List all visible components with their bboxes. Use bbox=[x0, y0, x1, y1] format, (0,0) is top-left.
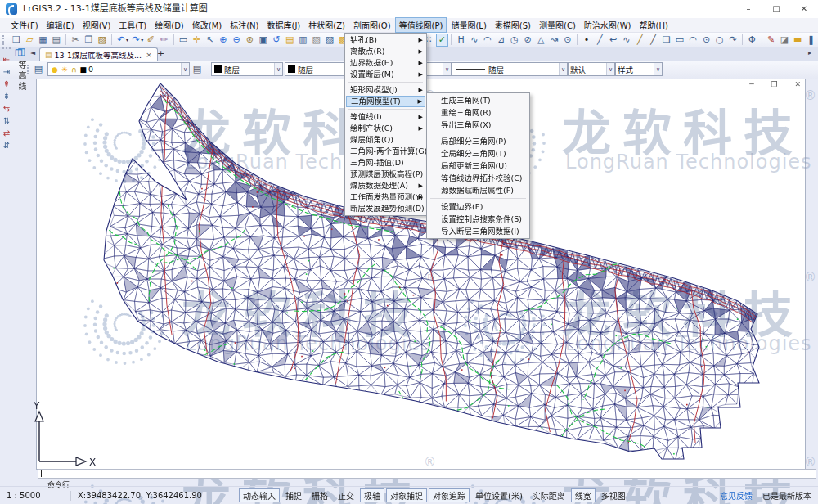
chevron-down-icon[interactable]: ∨ bbox=[181, 63, 189, 75]
chevron-down-icon[interactable]: ∨ bbox=[654, 63, 662, 75]
maximize-button[interactable]: □ bbox=[762, 0, 790, 18]
status-toggle-栅格[interactable]: 栅格 bbox=[308, 488, 332, 502]
zoom-in-icon[interactable]: ⊕ bbox=[217, 34, 229, 47]
dimension-h-icon[interactable]: H bbox=[455, 34, 467, 47]
contour-menu-item-13[interactable]: 煤质数据处理(A)▶ bbox=[346, 180, 425, 191]
contour-menu-item-15[interactable]: 断层发展趋势预测(D) bbox=[346, 203, 425, 214]
tab-drawing[interactable]: ▤ 13-1煤层底板等高线及... × bbox=[39, 47, 158, 61]
menu-item-13[interactable]: 素描图(S) bbox=[491, 17, 535, 33]
contour-menu-item-3[interactable]: 边界数据(H)▶ bbox=[346, 57, 425, 69]
paste-icon[interactable]: ▨ bbox=[96, 34, 108, 47]
more-tools-icon[interactable]: ❚ bbox=[805, 34, 817, 47]
add-tab-button[interactable]: + bbox=[157, 48, 164, 59]
chevron-down-icon[interactable]: ∨ bbox=[559, 63, 567, 75]
feedback-link[interactable]: 意见反馈 bbox=[720, 489, 753, 502]
menu-item-1[interactable]: 文件(F) bbox=[7, 17, 43, 33]
align-top-icon[interactable]: ⇞ bbox=[1, 78, 13, 90]
region-icon[interactable]: ❏ bbox=[660, 34, 672, 47]
copy-icon[interactable]: ❐ bbox=[83, 34, 95, 47]
menu-item-12[interactable]: 储量图(L) bbox=[447, 17, 490, 33]
distribute-v-icon[interactable]: ⇅ bbox=[1, 115, 13, 127]
menu-item-10[interactable]: 剖面图(O) bbox=[349, 17, 395, 33]
previous-view-icon[interactable]: ↺ bbox=[270, 34, 282, 47]
status-toggle-极轴[interactable]: 极轴 bbox=[360, 488, 384, 502]
menu-item-5[interactable]: 绘图(D) bbox=[151, 17, 188, 33]
clock-icon[interactable]: ◷ bbox=[508, 34, 520, 47]
linetype-combo[interactable]: 随层∨ bbox=[452, 62, 568, 76]
triangulation-menu-item-11[interactable]: 导入断层三角网数据(I) bbox=[428, 225, 528, 237]
chevron-down-icon[interactable]: ∨ bbox=[274, 63, 282, 75]
status-toggle-对象捕捉[interactable]: 对象捕捉 bbox=[386, 488, 427, 502]
layer-manager-icon[interactable]: ▥ bbox=[297, 34, 309, 47]
triangulation-menu-item-5[interactable]: 全局细分三角网(T) bbox=[428, 147, 528, 160]
chevron-down-icon[interactable]: ∨ bbox=[443, 63, 451, 75]
contour-menu-item-2[interactable]: 离散点(R)▶ bbox=[346, 46, 425, 57]
line-icon[interactable]: ╱ bbox=[594, 34, 606, 47]
redo-icon[interactable]: ↷ bbox=[130, 34, 142, 47]
status-toggle-单位设置(米)[interactable]: 单位设置(米) bbox=[471, 488, 527, 502]
tab-scroll-left-icon[interactable]: ◄ bbox=[30, 49, 35, 56]
toolbar-overflow-icon[interactable]: ▸ bbox=[808, 49, 811, 56]
layer-combo[interactable]: ●☀∩■0∨ bbox=[47, 62, 190, 76]
align-right-icon[interactable]: ⇥ bbox=[1, 65, 13, 78]
vertex-edit-icon[interactable]: ⊿ bbox=[495, 34, 507, 47]
measure-icon[interactable]: ∿ bbox=[468, 34, 480, 47]
arc-icon[interactable]: ◠ bbox=[687, 34, 699, 47]
layer-properties-icon[interactable]: ▤ bbox=[31, 62, 46, 76]
status-toggle-动态输入[interactable]: 动态输入 bbox=[239, 488, 280, 502]
polyline-icon[interactable]: ↩ bbox=[607, 34, 619, 47]
rectangle-icon[interactable]: ▭ bbox=[673, 34, 685, 47]
pan-hand-icon[interactable]: ✛ bbox=[191, 34, 203, 47]
swap-v-icon[interactable]: ⇵ bbox=[1, 139, 13, 151]
close-button[interactable]: ✕ bbox=[790, 0, 818, 18]
eraser-icon[interactable]: ◪ bbox=[778, 34, 790, 47]
contour-menu-item-8[interactable]: 绘制产状(C)▶ bbox=[346, 123, 425, 134]
minimize-button[interactable]: – bbox=[735, 0, 762, 18]
tab-close-icon[interactable]: × bbox=[146, 51, 152, 59]
distribute-h-icon[interactable]: ⇆ bbox=[1, 102, 13, 115]
contour-menu-item-6[interactable]: 三角网模型(T)▶ bbox=[346, 96, 425, 107]
contour-menu-item-14[interactable]: 工作面发热量预测(Y)▶ bbox=[346, 191, 425, 203]
menu-item-16[interactable]: 帮助(H) bbox=[636, 17, 672, 33]
side-panel-tab[interactable]: ❒ 等高线 bbox=[15, 47, 29, 92]
menu-item-4[interactable]: 工具(T) bbox=[115, 17, 151, 33]
select-cursor-icon[interactable]: ↖ bbox=[204, 34, 216, 47]
layer-new-icon[interactable]: ▤ bbox=[284, 34, 296, 47]
ray-icon[interactable]: ╱ bbox=[647, 34, 659, 47]
revision-cloud-icon[interactable]: ↷ bbox=[727, 34, 739, 47]
check-icon[interactable]: ✓ bbox=[436, 34, 448, 47]
zoom-out-icon[interactable]: ⊖ bbox=[230, 34, 242, 47]
cut-icon[interactable]: ✂ bbox=[69, 34, 81, 47]
status-toggle-正交[interactable]: 正交 bbox=[334, 488, 358, 502]
new-file-icon[interactable]: ❏ bbox=[10, 34, 22, 47]
status-toggle-多视图[interactable]: 多视图 bbox=[597, 488, 630, 502]
style-combo[interactable]: 样式∨ bbox=[615, 62, 663, 76]
swap-h-icon[interactable]: ⇄ bbox=[1, 127, 13, 139]
mdi-window-controls[interactable]: ─ ❐ ✕ bbox=[749, 80, 808, 88]
lineweight-combo[interactable]: 默认∨ bbox=[568, 62, 615, 76]
xline-icon[interactable]: ╱ bbox=[634, 34, 646, 47]
layer-off-icon[interactable]: ▧ bbox=[310, 34, 322, 47]
print-icon[interactable]: ▤ bbox=[50, 34, 62, 47]
menu-item-6[interactable]: 修改(M) bbox=[188, 17, 226, 33]
ellipse-icon[interactable]: ○ bbox=[713, 34, 726, 47]
triangulation-menu-item-1[interactable]: 生成三角网(T) bbox=[428, 94, 528, 106]
triangulation-menu-item-7[interactable]: 等值线边界拓扑校验(C) bbox=[428, 172, 528, 184]
lineweight-bar-icon[interactable]: ▬ bbox=[792, 34, 804, 47]
point-icon[interactable]: • bbox=[580, 34, 592, 47]
display-icon[interactable]: ▣ bbox=[257, 34, 269, 47]
menu-item-15[interactable]: 防治水图(W) bbox=[580, 17, 636, 33]
clean-brush-icon[interactable]: ✏ bbox=[158, 34, 170, 47]
contour-menu-item-10[interactable]: 三角网-两个面计算(G) bbox=[346, 146, 425, 157]
triangulation-menu-item-8[interactable]: 源数据赋断层属性(F) bbox=[428, 184, 528, 196]
curve-icon[interactable]: ◠ bbox=[482, 34, 494, 47]
chevron-down-icon[interactable]: ∨ bbox=[606, 63, 614, 75]
status-toggle-实际距离[interactable]: 实际距离 bbox=[528, 488, 569, 502]
contour-menu-item-12[interactable]: 预测煤层顶板高程(P) bbox=[346, 169, 425, 180]
contour-menu-item-7[interactable]: 等值线(I)▶ bbox=[346, 111, 425, 123]
contour-menu-item-4[interactable]: 设置断层(M)▶ bbox=[346, 69, 425, 80]
triangulation-menu-item-3[interactable]: 导出三角网(X) bbox=[428, 119, 528, 131]
status-toggle-捕捉[interactable]: 捕捉 bbox=[281, 488, 306, 502]
menu-item-14[interactable]: 测量图(C) bbox=[535, 17, 580, 33]
menu-item-9[interactable]: 柱状图(Z) bbox=[304, 17, 349, 33]
